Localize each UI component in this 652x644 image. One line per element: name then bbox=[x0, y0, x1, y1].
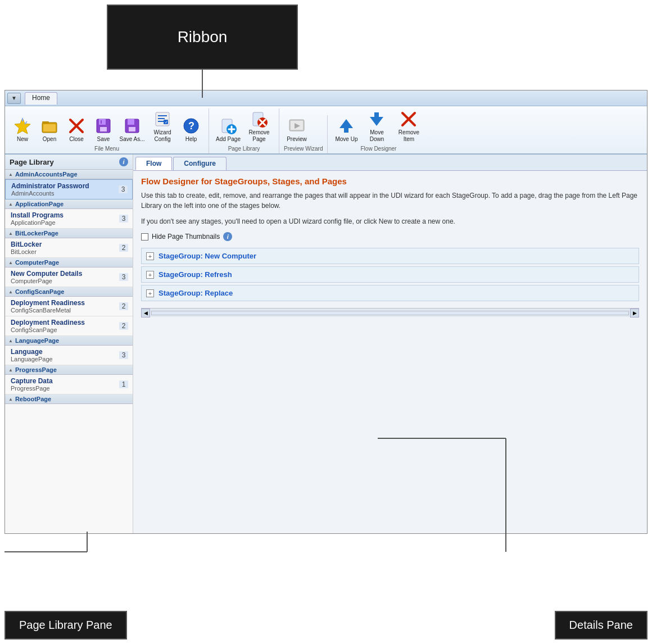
page-item-name: Administrator Password bbox=[11, 182, 119, 190]
move-down-icon bbox=[368, 110, 386, 128]
remove-page-button[interactable]: Remove Page bbox=[244, 108, 274, 144]
svg-rect-13 bbox=[128, 119, 134, 125]
group-header-reboot: RebootPage bbox=[5, 394, 133, 404]
expand-refresh[interactable]: + bbox=[146, 271, 154, 279]
add-page-button-label: Add Page bbox=[216, 136, 241, 143]
app-window: ▼ Home New bbox=[4, 90, 648, 534]
new-button[interactable]: New bbox=[10, 115, 35, 144]
page-item-count: 2 bbox=[119, 302, 128, 310]
preview-button[interactable]: Preview bbox=[284, 115, 310, 144]
list-item[interactable]: Install Programs ApplicationPage 3 bbox=[5, 209, 133, 229]
stage-group-name-new-computer: StageGroup: New Computer bbox=[159, 252, 256, 260]
ribbon-label-text: Ribbon bbox=[178, 28, 228, 46]
help-button-label: Help bbox=[185, 136, 197, 143]
page-item-subname: BitLocker bbox=[11, 248, 119, 255]
remove-item-icon bbox=[400, 110, 418, 128]
preview-button-label: Preview bbox=[287, 136, 307, 143]
ribbon-toolbar: New Open bbox=[5, 106, 647, 155]
content-area: Page Library i AdminAccountsPage Adminis… bbox=[5, 155, 647, 533]
expand-replace[interactable]: + bbox=[146, 289, 154, 297]
svg-marker-37 bbox=[370, 117, 383, 126]
thumbnails-info-icon[interactable]: i bbox=[223, 232, 232, 241]
page-item-subname: LanguagePage bbox=[11, 356, 119, 362]
new-icon bbox=[13, 117, 31, 135]
hide-thumbnails-row: Hide Page Thumbnails i bbox=[141, 232, 639, 241]
scroll-left-button[interactable]: ◀ bbox=[141, 309, 150, 318]
list-item[interactable]: Deployment Readiness ConfigScanPage 2 bbox=[5, 316, 133, 336]
help-button[interactable]: ? Help bbox=[178, 115, 204, 144]
preview-wizard-group-label: Preview Wizard bbox=[284, 144, 323, 153]
svg-rect-14 bbox=[129, 127, 135, 131]
list-item[interactable]: New Computer Details ComputerPage 3 bbox=[5, 267, 133, 287]
page-item-name: Capture Data bbox=[11, 377, 119, 385]
home-tab[interactable]: Home bbox=[25, 92, 57, 105]
remove-page-icon bbox=[250, 110, 268, 128]
details-pane: Flow Configure Flow Designer for StageGr… bbox=[133, 155, 647, 533]
page-item-count: 3 bbox=[119, 185, 128, 193]
remove-page-button-label: Remove Page bbox=[245, 129, 273, 143]
stage-group-new-computer[interactable]: + StageGroup: New Computer bbox=[141, 248, 639, 264]
add-page-button[interactable]: Add Page bbox=[214, 115, 243, 144]
save-icon bbox=[94, 117, 112, 135]
group-header-language: LanguagePage bbox=[5, 336, 133, 346]
page-item-count: 3 bbox=[119, 351, 128, 359]
save-button[interactable]: Save bbox=[90, 115, 116, 144]
title-bar: ▼ Home bbox=[5, 90, 647, 106]
list-item[interactable]: Capture Data ProgressPage 1 bbox=[5, 375, 133, 394]
tab-configure[interactable]: Configure bbox=[173, 157, 227, 170]
group-header-admin: AdminAccountsPage bbox=[5, 170, 133, 179]
page-library-info-icon[interactable]: i bbox=[119, 157, 128, 166]
flow-description-2: If you don't see any stages, you'll need… bbox=[141, 216, 639, 226]
move-up-icon bbox=[337, 117, 355, 135]
page-item-name: Deployment Readiness bbox=[11, 319, 119, 326]
list-item[interactable]: Language LanguagePage 3 bbox=[5, 346, 133, 365]
remove-item-button[interactable]: Remove Item bbox=[393, 108, 424, 144]
details-pane-annotation: Details Pane bbox=[555, 611, 648, 640]
app-menu-button[interactable]: ▼ bbox=[7, 93, 21, 104]
page-item-name: Deployment Readiness bbox=[11, 299, 119, 307]
scroll-right-button[interactable]: ▶ bbox=[630, 309, 639, 318]
stage-group-replace[interactable]: + StageGroup: Replace bbox=[141, 285, 639, 301]
horizontal-scrollbar[interactable]: ◀ ▶ bbox=[141, 308, 639, 317]
hide-thumbnails-checkbox[interactable] bbox=[141, 233, 148, 241]
preview-wizard-items: Preview bbox=[284, 115, 310, 144]
save-button-label: Save bbox=[97, 136, 110, 143]
page-item-name: Language bbox=[11, 348, 119, 356]
page-item-name: Install Programs bbox=[11, 211, 119, 219]
open-button[interactable]: Open bbox=[37, 115, 62, 144]
close-button[interactable]: Close bbox=[64, 115, 89, 144]
wizard-config-button-label: Wizard Config bbox=[149, 129, 176, 143]
wizard-config-button[interactable]: ✓ Wizard Config bbox=[148, 108, 177, 144]
svg-text:✓: ✓ bbox=[165, 120, 168, 124]
tab-flow[interactable]: Flow bbox=[135, 157, 172, 170]
hide-thumbnails-label: Hide Page Thumbnails bbox=[152, 233, 220, 241]
group-header-bitlocker: BitLockerPage bbox=[5, 229, 133, 238]
page-library-title: Page Library bbox=[10, 158, 54, 166]
add-page-icon bbox=[219, 117, 237, 135]
svg-rect-4 bbox=[42, 121, 49, 124]
group-header-configscan: ConfigScanPage bbox=[5, 287, 133, 297]
wizard-icon: ✓ bbox=[153, 110, 171, 128]
move-down-button[interactable]: Move Down bbox=[361, 108, 392, 144]
move-up-button[interactable]: Move Up bbox=[332, 115, 360, 144]
page-item-name: BitLocker bbox=[11, 241, 119, 248]
list-item[interactable]: Administrator Password AdminAccounts 3 bbox=[5, 179, 133, 199]
page-item-count: 3 bbox=[119, 215, 128, 223]
details-tabs: Flow Configure bbox=[133, 155, 647, 171]
page-item-subname: ConfigScanBareMetal bbox=[11, 307, 119, 314]
list-item[interactable]: Deployment Readiness ConfigScanBareMetal… bbox=[5, 297, 133, 316]
expand-new-computer[interactable]: + bbox=[146, 252, 154, 260]
page-item-name: New Computer Details bbox=[11, 270, 119, 278]
open-icon bbox=[40, 117, 58, 135]
saveas-button[interactable]: Save As... bbox=[117, 115, 147, 144]
preview-wizard-group: Preview Preview Wizard bbox=[282, 115, 328, 153]
ribbon-label-box: Ribbon bbox=[107, 4, 298, 70]
page-item-subname: ApplicationPage bbox=[11, 219, 119, 226]
list-item[interactable]: BitLocker BitLocker 2 bbox=[5, 238, 133, 258]
svg-rect-9 bbox=[99, 119, 106, 125]
stage-group-refresh[interactable]: + StageGroup: Refresh bbox=[141, 266, 639, 283]
details-content: Flow Designer for StageGroups, Stages, a… bbox=[133, 171, 647, 533]
saveas-button-label: Save As... bbox=[119, 136, 144, 143]
saveas-icon bbox=[123, 117, 141, 135]
new-button-label: New bbox=[17, 136, 28, 143]
